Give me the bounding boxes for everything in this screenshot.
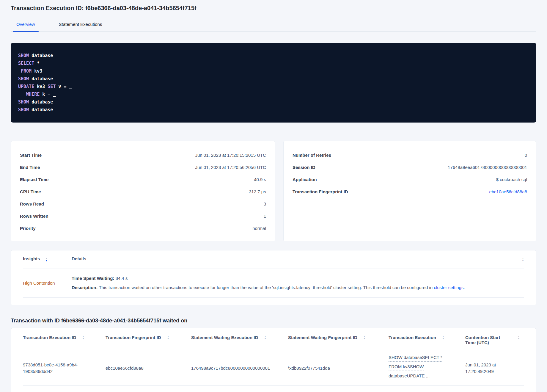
column-header-label[interactable]: Transaction Fingerprint ID <box>106 335 161 342</box>
transaction-execution-line[interactable]: databaseUPDATE ... <box>389 373 453 382</box>
detail-value: 3 <box>264 201 266 206</box>
cell-transaction-fingerprint-id: ebc10ae56cfd88a8 <box>106 365 191 371</box>
sort-arrows-icon[interactable]: ▲▼ <box>82 335 84 340</box>
column-header-transaction-execution-id[interactable]: Transaction Execution ID▲▼ <box>23 335 106 347</box>
tab-bar: Overview Statement Executions <box>11 21 536 32</box>
time-spent-waiting-value: 34.4 s <box>116 276 128 281</box>
transaction-execution-line[interactable]: FROM kv3SHOW <box>389 364 453 373</box>
details-column-label[interactable]: Details <box>72 256 86 263</box>
sort-down-icon: ▼ <box>82 338 84 340</box>
detail-label: CPU Time <box>20 189 41 194</box>
column-header-statement-waiting-execution-id[interactable]: Statement Waiting Execution ID▲▼ <box>191 335 288 347</box>
description-suffix: . <box>463 285 465 290</box>
sort-down-icon: ▼ <box>518 338 520 340</box>
insights-column-header[interactable]: Insights ▲▼ <box>23 256 72 263</box>
detail-label: Transaction Fingerprint ID <box>293 189 348 194</box>
description-text: This transaction waited on other transac… <box>99 285 433 290</box>
cell-transaction-execution-id: 9738d051-bc0e-4158-a9b4-1903586ddd42 <box>23 362 106 375</box>
waited-on-header-row: Transaction Execution ID▲▼Transaction Fi… <box>23 328 524 351</box>
detail-value: Jun 01, 2023 at 17:20:15:2015 UTC <box>195 153 266 158</box>
sort-down-icon: ▼ <box>264 338 266 340</box>
waited-on-table: Transaction Execution ID▲▼Transaction Fi… <box>11 328 536 392</box>
tab-overview[interactable]: Overview <box>16 21 36 31</box>
sql-code-line: SELECT * <box>18 59 529 67</box>
cell-statement-waiting-execution-id: 176498a9c717bdc80000000000000001 <box>191 365 288 371</box>
sort-arrows-icon[interactable]: ▲▼ <box>522 258 524 262</box>
detail-row: End TimeJun 01, 2023 at 17:20:56:2056 UT… <box>20 161 266 173</box>
insights-table-header: Insights ▲▼ Details ▲▼ <box>23 250 524 269</box>
detail-value: 40.9 s <box>254 177 266 182</box>
sql-code-line: SHOW database <box>18 52 529 59</box>
detail-row: Elapsed Time40.9 s <box>20 173 266 186</box>
detail-label: Elapsed Time <box>20 177 48 182</box>
detail-row: Rows Written1 <box>20 210 266 222</box>
description-label: Description: <box>72 285 98 290</box>
sql-code-line: WHERE k = _ <box>18 90 529 98</box>
time-spent-waiting: Time Spent Waiting: 34.4 s <box>72 274 524 283</box>
detail-label: Start Time <box>20 153 42 158</box>
detail-row: CPU Time312.7 µs <box>20 186 266 198</box>
column-header-label[interactable]: Statement Waiting Fingerprint ID <box>288 335 357 342</box>
detail-label: Application <box>293 177 317 182</box>
detail-value: normal <box>252 226 266 231</box>
sql-statements-box: SHOW databaseSELECT * FROM kv3SHOW datab… <box>11 43 536 123</box>
insights-table: Insights ▲▼ Details ▲▼ High Contention T… <box>11 250 536 305</box>
page-title: Transaction Execution ID: f6be6366-da03-… <box>11 0 536 12</box>
column-header-label[interactable]: Contention Start Time (UTC) <box>465 335 512 347</box>
insight-details: Time Spent Waiting: 34.4 s Description: … <box>72 274 524 292</box>
column-header-contention-start-time-utc-[interactable]: Contention Start Time (UTC)▲▼ <box>465 335 524 347</box>
detail-label: Rows Written <box>20 214 48 219</box>
sort-down-icon: ▼ <box>522 260 524 262</box>
sort-arrows-icon[interactable]: ▲▼ <box>167 335 169 340</box>
detail-row: Rows Read3 <box>20 198 266 210</box>
execution-details-card: Start TimeJun 01, 2023 at 17:20:15:2015 … <box>11 141 275 241</box>
sql-code-line: SHOW database <box>18 106 529 114</box>
transaction-execution-details-page: Transaction Execution ID: f6be6366-da03-… <box>0 0 547 392</box>
detail-value: 0 <box>525 153 527 158</box>
time-spent-waiting-label: Time Spent Waiting: <box>72 276 114 281</box>
detail-label: Rows Read <box>20 201 44 206</box>
sort-down-icon: ▼ <box>167 338 169 340</box>
sort-down-icon: ▼ <box>442 338 444 340</box>
sort-arrows-icon[interactable]: ▲▼ <box>363 335 366 340</box>
transaction-fingerprint-link[interactable]: ebc10ae56cfd88a8 <box>489 189 527 194</box>
tab-statement-executions[interactable]: Statement Executions <box>58 21 103 31</box>
detail-value: 17648a9eea6017800000000000000001 <box>448 165 527 170</box>
column-header-transaction-execution[interactable]: Transaction Execution▲▼ <box>389 335 465 347</box>
sort-arrows-icon[interactable]: ▲▼ <box>264 335 266 340</box>
column-header-statement-waiting-fingerprint-id[interactable]: Statement Waiting Fingerprint ID▲▼ <box>288 335 389 347</box>
sort-arrows-icon[interactable]: ▲▼ <box>518 335 520 340</box>
insight-row: High Contention Time Spent Waiting: 34.4… <box>23 269 524 298</box>
summary-cards-row: Start TimeJun 01, 2023 at 17:20:15:2015 … <box>11 141 536 241</box>
detail-label: Priority <box>20 226 36 231</box>
insights-column-label[interactable]: Insights <box>23 256 40 263</box>
detail-row: Number of Retries0 <box>293 149 527 161</box>
detail-value: 1 <box>264 214 266 219</box>
cluster-settings-link[interactable]: cluster settings <box>434 285 463 290</box>
cell-contention-start-time: Jun 01, 2023 at 17:20:49:2049 <box>465 362 524 375</box>
detail-row: Transaction Fingerprint IDebc10ae56cfd88… <box>293 186 527 198</box>
sql-code-line: FROM kv3 <box>18 67 529 75</box>
sort-arrows-icon[interactable]: ▲▼ <box>45 258 48 262</box>
sort-arrows-icon[interactable]: ▲▼ <box>442 335 444 340</box>
insight-type-label: High Contention <box>23 274 72 292</box>
detail-row: Prioritynormal <box>20 222 266 234</box>
detail-label: Number of Retries <box>293 153 331 158</box>
column-header-transaction-fingerprint-id[interactable]: Transaction Fingerprint ID▲▼ <box>106 335 191 347</box>
column-header-label[interactable]: Transaction Execution <box>389 335 436 342</box>
session-details-card: Number of Retries0Session ID17648a9eea60… <box>283 141 536 241</box>
detail-row: Application$ cockroach sql <box>293 173 527 186</box>
sql-code-line: SHOW database <box>18 98 529 106</box>
transaction-execution-line[interactable]: SHOW databaseSELECT * <box>389 355 453 364</box>
waited-on-heading: Transaction with ID f6be6366-da03-48de-a… <box>11 318 536 324</box>
detail-label: End Time <box>20 165 40 170</box>
detail-label: Session ID <box>293 165 315 170</box>
cell-transaction-execution-link[interactable]: SHOW databaseSELECT *FROM kv3SHOWdatabas… <box>389 355 465 382</box>
detail-value: $ cockroach sql <box>496 177 527 182</box>
column-header-label[interactable]: Transaction Execution ID <box>23 335 76 342</box>
detail-value: 312.7 µs <box>249 189 266 194</box>
insight-description: Description: This transaction waited on … <box>72 283 524 292</box>
detail-row: Start TimeJun 01, 2023 at 17:20:15:2015 … <box>20 149 266 161</box>
detail-value: Jun 01, 2023 at 17:20:56:2056 UTC <box>195 165 266 170</box>
column-header-label[interactable]: Statement Waiting Execution ID <box>191 335 258 342</box>
